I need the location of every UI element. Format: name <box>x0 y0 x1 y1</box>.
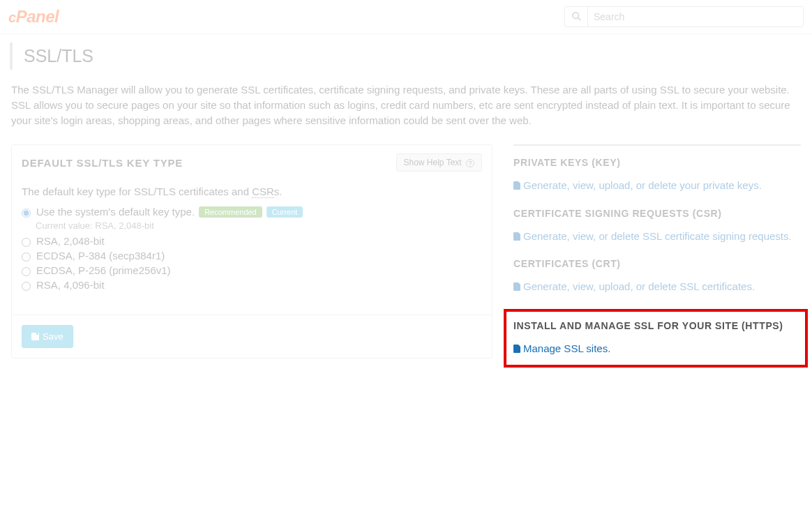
search-icon <box>565 11 587 23</box>
link-manage-ssl-sites[interactable]: Manage SSL sites. <box>513 341 798 357</box>
heading-csr: CERTIFICATE SIGNING REQUESTS (CSR) <box>513 208 794 219</box>
cpanel-logo: cPanel <box>8 7 59 27</box>
radio-input-rsa2048[interactable] <box>22 238 31 247</box>
radio-input-rsa4096[interactable] <box>22 282 31 291</box>
section-private-keys: PRIVATE KEYS (KEY) Generate, view, uploa… <box>513 157 801 194</box>
radio-input-p384[interactable] <box>22 252 31 262</box>
save-icon <box>31 333 39 340</box>
radio-input-p256[interactable] <box>22 267 31 276</box>
section-crt: CERTIFICATES (CRT) Generate, view, uploa… <box>513 258 801 295</box>
radio-sub-default: Current value: RSA, 2,048-bit <box>36 220 482 231</box>
radio-rsa-2048[interactable]: RSA, 2,048-bit <box>22 235 482 247</box>
panel-title: DEFAULT SSL/TLS KEY TYPE <box>22 157 183 169</box>
section-csr: CERTIFICATE SIGNING REQUESTS (CSR) Gener… <box>513 208 801 245</box>
radio-system-default[interactable]: Use the system's default key type. Recom… <box>22 206 482 218</box>
key-type-panel: DEFAULT SSL/TLS KEY TYPE Show Help Text … <box>11 144 493 358</box>
heading-install-manage: INSTALL AND MANAGE SSL FOR YOUR SITE (HT… <box>513 320 798 331</box>
link-crt[interactable]: Generate, view, upload, or delete SSL ce… <box>513 279 794 295</box>
save-button[interactable]: Save <box>22 325 73 348</box>
search-input[interactable] <box>587 7 803 27</box>
help-icon: ? <box>466 159 474 167</box>
heading-crt: CERTIFICATES (CRT) <box>513 258 794 269</box>
file-icon <box>513 181 520 190</box>
file-icon <box>513 282 520 291</box>
link-csr[interactable]: Generate, view, or delete SSL certificat… <box>513 229 794 245</box>
svg-line-1 <box>578 17 581 20</box>
radio-ecdsa-p384[interactable]: ECDSA, P-384 (secp384r1) <box>22 250 482 262</box>
sidebar: PRIVATE KEYS (KEY) Generate, view, uploa… <box>513 144 801 368</box>
heading-private-keys: PRIVATE KEYS (KEY) <box>513 157 794 168</box>
csr-abbrev: CSR <box>252 186 274 198</box>
file-icon <box>513 345 520 353</box>
section-install-manage-highlighted: INSTALL AND MANAGE SSL FOR YOUR SITE (HT… <box>504 309 808 368</box>
recommended-badge: Recommended <box>199 206 262 218</box>
file-icon <box>513 232 520 241</box>
radio-rsa-4096[interactable]: RSA, 4,096-bit <box>22 279 482 291</box>
link-private-keys[interactable]: Generate, view, upload, or delete your p… <box>513 178 794 194</box>
radio-input-default[interactable] <box>22 209 31 218</box>
top-header: cPanel <box>0 0 812 34</box>
radio-ecdsa-p256[interactable]: ECDSA, P-256 (prime256v1) <box>22 264 482 276</box>
svg-point-0 <box>573 12 579 18</box>
page-title: SSL/TLS <box>10 43 802 70</box>
current-badge: Current <box>266 206 303 218</box>
show-help-button[interactable]: Show Help Text ? <box>396 153 483 172</box>
search-box[interactable] <box>564 6 804 27</box>
key-type-description: The default key type for SSL/TLS certifi… <box>22 186 482 197</box>
page-description: The SSL/TLS Manager will allow you to ge… <box>11 82 801 128</box>
